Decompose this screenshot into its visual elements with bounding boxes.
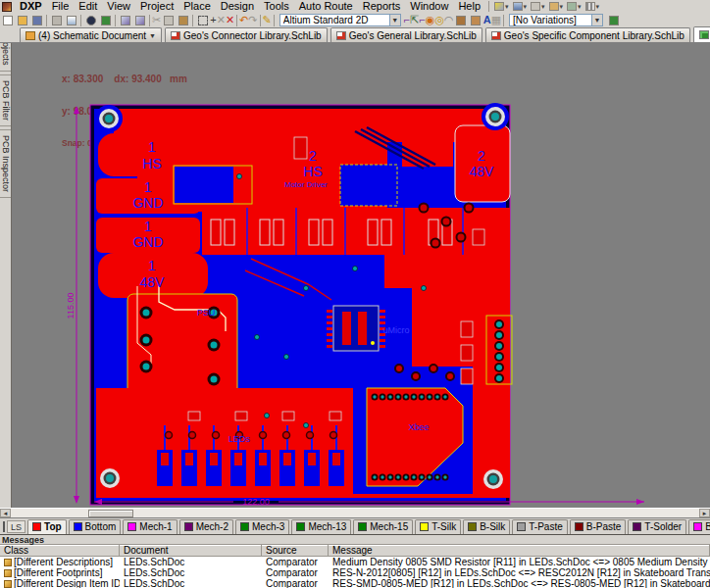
open-document-button[interactable] [15,14,29,26]
layer-tab-bpaste[interactable]: B-Paste [570,519,627,534]
chevron-down-icon[interactable]: ▼ [149,32,156,39]
pcb-canvas[interactable]: x: 83.300 dx: 93.400 mm y: 98.000 dy: 41… [12,43,710,508]
horizontal-scrollbar[interactable]: ◄ ► [0,508,710,517]
panel-tab-projects[interactable]: Projects [0,43,12,72]
layer-tab-mech15[interactable]: Mech-15 [353,519,413,534]
zoom-document-button[interactable] [132,14,147,26]
menu-project[interactable]: Project [135,0,178,13]
variant-combo[interactable]: [No Variations] ▼ [509,14,603,26]
layer-tab-tsilk[interactable]: T-Silk [415,519,461,534]
tab-connector-schlib[interactable]: Geo's Connector Library.SchLib [165,27,328,42]
place-region-button[interactable] [469,14,483,26]
place-pad-button[interactable]: ◉ [426,15,435,25]
microcontroller-qfp[interactable] [327,306,385,351]
layer-set-button[interactable]: LS [7,520,25,533]
undo-button[interactable]: ↶ [239,15,248,25]
column-header-class[interactable]: Class [0,545,120,557]
variant-manager-button[interactable] [606,14,621,26]
snippets-icon [494,2,504,11]
layer-tab-mech1[interactable]: Mech-1 [123,519,177,534]
save-document-button[interactable] [29,14,44,26]
label-48v1-num: 1 [148,258,156,273]
tab-schematic-documents[interactable]: (4) Schematic Document ▼ [20,27,162,42]
column-header-message[interactable]: Message [329,545,710,557]
align-dropdown-button[interactable]: ▾ [513,1,528,13]
menu-view[interactable]: View [102,0,135,13]
menu-reports[interactable]: Reports [358,0,406,13]
copy-button[interactable] [161,14,176,26]
menu-dxp[interactable]: DXP [15,0,47,13]
column-header-document[interactable]: Document [120,545,262,557]
scrollbar-thumb[interactable] [88,510,133,517]
menu-edit[interactable]: Edit [74,0,102,13]
layer-tab-bottom[interactable]: Bottom [69,519,122,534]
scissors-icon: ✂ [152,15,161,25]
place-fill-button[interactable] [454,14,469,26]
menu-help[interactable]: Help [453,0,485,13]
scroll-left-arrow-icon[interactable]: ◄ [0,509,11,517]
browse-board-button[interactable] [98,14,113,26]
panel-tab-pcb-filter[interactable]: PCB Filter [0,74,12,126]
message-row[interactable]: [Different Footprints] LEDs.SchDoc Compa… [0,567,710,578]
paste-button[interactable] [176,14,190,26]
zoom-area-button[interactable] [118,14,132,26]
current-layer-swatch[interactable] [3,521,5,532]
tab-specific-schlib[interactable]: Geo's Specific Component Library.SchLib [485,27,690,42]
view-style-combo[interactable]: Altium Standard 2D ▼ [279,14,401,26]
message-row[interactable]: [Different Design Item IDs] LEDs.SchDoc … [0,578,710,588]
menu-file[interactable]: File [47,0,75,13]
tab-skateboard-pcbdoc[interactable]: Skateboard Transceiver.PcbDoc * [693,26,710,42]
scroll-right-arrow-icon[interactable]: ► [699,509,710,517]
select-area-button[interactable] [195,14,210,26]
cut-button[interactable]: ✂ [152,15,161,25]
pcb-board[interactable]: 1 HS 1 GND 1 GND 1 48V 2 HS 2 48V Motor … [90,103,512,505]
print-button[interactable] [49,14,64,26]
clear-filter-button[interactable]: ✕ [226,15,234,25]
chevron-down-icon[interactable]: ▼ [591,15,602,25]
layer-tab-bsolder[interactable]: B-Solder [688,519,710,534]
menu-tools[interactable]: Tools [259,0,294,13]
layer-tab-mech13[interactable]: Mech-13 [291,519,351,534]
message-row[interactable]: [Different Descriptions] LEDs.SchDoc Com… [0,557,710,567]
menu-design[interactable]: Design [216,0,259,13]
layer-tab-tpaste[interactable]: T-Paste [512,519,567,534]
place-via-button[interactable]: ◎ [434,15,444,25]
new-document-button[interactable] [0,14,15,26]
menu-window[interactable]: Window [405,0,453,13]
place-string-button[interactable]: A [483,15,491,25]
chevron-down-icon[interactable]: ▼ [389,15,400,25]
panel-tab-pcb-inspector[interactable]: PCB Inspector [0,129,12,198]
deselect-button[interactable]: ✕ [217,15,226,25]
zoom-area-icon [121,16,130,25]
menu-place[interactable]: Place [178,0,216,13]
place-escape-route-button[interactable]: ⇱ [410,15,419,25]
place-component-button[interactable]: ▦ [491,15,501,25]
place-arc-button[interactable]: ◠ [444,15,454,25]
fill-icon [456,16,466,25]
layer-tab-mech3[interactable]: Mech-3 [235,519,289,534]
print-preview-button[interactable] [64,14,78,26]
snippets-dropdown-button[interactable]: ▾ [494,1,509,13]
polygon-dropdown-button[interactable]: ▾ [549,1,564,13]
layer-tab-mech2[interactable]: Mech-2 [179,519,233,534]
grid-dropdown-button[interactable]: ▾ [585,1,600,13]
label-hs2-num: 2 [309,148,317,164]
plane-dropdown-button[interactable]: ▾ [567,1,582,13]
redo-button[interactable]: ↷ [248,15,257,25]
layer-tab-label: Mech-2 [196,521,228,532]
layer-tab-tsolder[interactable]: T-Solder [628,519,686,534]
layer-tab-top[interactable]: Top [27,519,67,534]
layer-tab-label: B-Paste [586,521,622,532]
component-icon: ▦ [491,15,501,25]
menu-auto-route[interactable]: Auto Route [294,0,358,13]
pcb-board-view[interactable]: 1 HS 1 GND 1 GND 1 48V 2 HS 2 48V Motor … [12,43,710,508]
room-dropdown-button[interactable]: ▾ [531,1,545,13]
column-header-source[interactable]: Source [262,545,329,557]
grid-icon [585,2,595,11]
interactive-routing-button[interactable]: ✎ [263,15,272,25]
toolbar-separator [115,15,116,26]
tab-general-schlib[interactable]: Geo's General Library.SchLib [330,27,482,42]
dxp-app-icon[interactable] [2,2,12,12]
layer-tab-bsilk[interactable]: B-Silk [463,519,510,534]
view-configuration-button[interactable] [83,14,98,26]
